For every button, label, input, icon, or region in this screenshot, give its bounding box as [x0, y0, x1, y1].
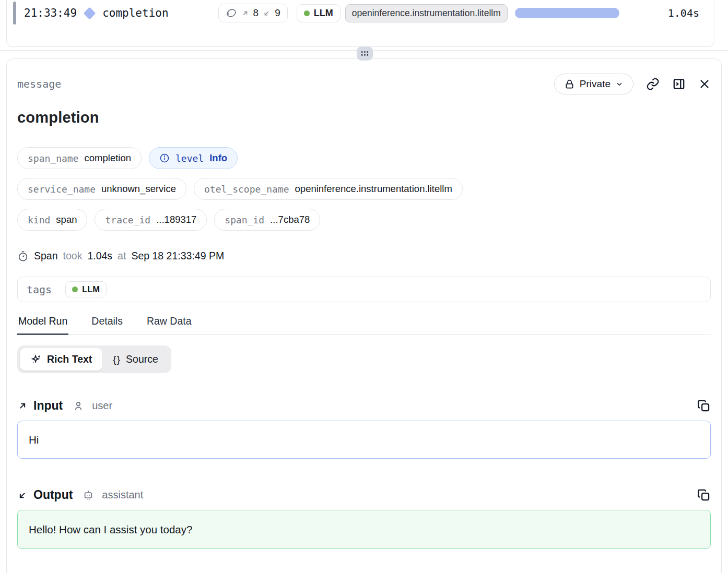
pill-span-id[interactable]: span_id ...7cba78	[214, 209, 320, 231]
span-timestamp: Sep 18 21:33:49 PM	[131, 250, 224, 262]
arrow-down-left-icon	[17, 490, 28, 500]
toggle-source[interactable]: {} Source	[102, 348, 169, 371]
copy-link-button[interactable]	[646, 77, 660, 91]
chevron-down-icon	[615, 80, 624, 88]
link-icon	[646, 77, 660, 91]
bot-icon	[83, 490, 94, 501]
arrow-down-left-icon	[263, 9, 271, 17]
pill-value: unknown_service	[101, 183, 176, 195]
llm-tag-label: LLM	[314, 8, 333, 19]
panel-right-icon	[672, 77, 686, 91]
metadata-pills: span_name completion level Info service_…	[17, 147, 711, 231]
close-icon	[698, 78, 711, 90]
copy-output-button[interactable]	[697, 488, 711, 502]
output-section-title: Output	[33, 488, 73, 502]
pill-key: span_name	[28, 153, 79, 164]
expand-panel-button[interactable]	[672, 77, 686, 91]
copy-input-button[interactable]	[697, 399, 711, 413]
pill-value: Info	[209, 152, 227, 164]
span-duration-bar	[515, 8, 619, 18]
tags-box[interactable]: tags LLM	[17, 277, 711, 302]
output-content: Hello! How can I assist you today?	[29, 523, 192, 536]
pill-trace-id[interactable]: trace_id ...189317	[95, 209, 207, 231]
took-word: took	[63, 250, 83, 262]
input-section-title: Input	[33, 399, 63, 413]
tab-details[interactable]: Details	[90, 315, 124, 335]
privacy-label: Private	[580, 78, 610, 90]
grip-dots-icon	[361, 51, 369, 56]
tag-chip-llm[interactable]: LLM	[65, 281, 107, 297]
trace-row-card: 21:33:49 completion 8 9 LLM open	[6, 0, 714, 47]
braces-icon: {}	[113, 354, 121, 365]
scope-label: openinference.instrumentation.litellm	[352, 8, 501, 19]
pill-otel-scope-name[interactable]: otel_scope_name openinference.instrument…	[194, 178, 463, 200]
toggle-rich-text-label: Rich Text	[47, 353, 92, 365]
tree-selection-bar	[13, 2, 16, 25]
coin-icon	[226, 7, 237, 19]
detail-tabs: Model Run Details Raw Data	[17, 315, 711, 335]
privacy-dropdown-button[interactable]: Private	[554, 74, 633, 94]
copy-icon	[697, 488, 711, 502]
panel-header: message Private	[17, 73, 711, 96]
copy-icon	[697, 399, 711, 413]
pill-value: ...7cba78	[270, 214, 310, 225]
pill-span-name[interactable]: span_name completion	[17, 147, 142, 169]
tags-label: tags	[27, 283, 52, 296]
output-token-count: 9	[275, 7, 280, 19]
arrow-up-right-icon	[17, 401, 28, 411]
token-count-badge[interactable]: 8 9	[218, 4, 288, 22]
toggle-rich-text[interactable]: Rich Text	[20, 348, 102, 371]
green-status-dot-icon	[304, 10, 310, 16]
arrow-up-right-icon	[241, 9, 249, 17]
pill-key: kind	[28, 214, 50, 225]
span-duration-value: 1.04s	[87, 250, 112, 262]
output-role-label: assistant	[102, 489, 143, 501]
pill-value: ...189317	[156, 214, 196, 225]
pill-kind[interactable]: kind span	[17, 209, 87, 231]
pill-key: otel_scope_name	[204, 184, 289, 195]
pill-service-name[interactable]: service_name unknown_service	[17, 178, 186, 200]
tag-chip-label: LLM	[82, 284, 100, 294]
info-icon	[159, 153, 170, 163]
pill-key: span_id	[225, 214, 264, 225]
pane-resize-handle[interactable]	[357, 46, 373, 61]
input-content: Hi	[29, 434, 39, 446]
toggle-source-label: Source	[126, 353, 158, 365]
trace-timestamp: 21:33:49	[24, 7, 77, 19]
input-token-count: 8	[253, 7, 259, 19]
input-section-header: Input user	[17, 399, 711, 413]
lock-icon	[564, 79, 575, 90]
input-content-box[interactable]: Hi	[17, 421, 711, 459]
pill-value: span	[56, 214, 77, 225]
span-timing-line: Span took 1.04s at Sep 18 21:33:49 PM	[17, 250, 711, 262]
trace-span-name: completion	[102, 7, 168, 19]
input-role-label: user	[92, 400, 112, 412]
span-type-label: message	[17, 78, 61, 90]
view-mode-toggle: Rich Text {} Source	[17, 345, 171, 373]
tab-raw-data[interactable]: Raw Data	[146, 315, 193, 335]
pill-key: level	[175, 153, 204, 164]
span-word: Span	[34, 250, 58, 262]
trace-row[interactable]: 21:33:49 completion 8 9 LLM open	[7, 0, 714, 26]
user-icon	[73, 400, 84, 412]
pill-level[interactable]: level Info	[149, 147, 238, 169]
page-title: completion	[17, 109, 711, 126]
at-word: at	[118, 250, 126, 262]
output-section-header: Output assistant	[17, 488, 711, 502]
close-panel-button[interactable]	[698, 78, 711, 90]
trace-duration: 1.04s	[668, 7, 699, 19]
pill-key: service_name	[28, 184, 96, 195]
llm-tag-badge[interactable]: LLM	[297, 4, 340, 22]
tab-model-run[interactable]: Model Run	[17, 315, 68, 335]
sparkles-icon	[30, 354, 42, 365]
output-content-box[interactable]: Hello! How can I assist you today?	[17, 510, 711, 549]
stopwatch-icon	[17, 250, 29, 262]
span-detail-panel: message Private	[6, 58, 722, 573]
span-diamond-icon	[84, 7, 96, 19]
pill-value: openinference.instrumentation.litellm	[295, 183, 452, 195]
pill-value: completion	[85, 152, 131, 164]
header-actions: Private	[554, 74, 711, 94]
green-status-dot-icon	[72, 286, 78, 292]
otel-scope-badge[interactable]: openinference.instrumentation.litellm	[345, 4, 508, 22]
pill-key: trace_id	[105, 214, 150, 225]
